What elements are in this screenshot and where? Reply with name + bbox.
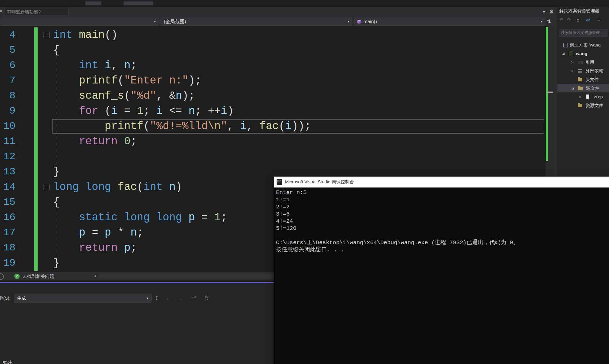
- folder-icon: [578, 78, 582, 81]
- output-source-dropdown[interactable]: 生成 ▾: [14, 294, 151, 303]
- tree-item-external-dependencies[interactable]: ▷外部依赖: [557, 66, 609, 75]
- next-message-icon[interactable]: →: [176, 294, 184, 303]
- close-icon[interactable]: ×: [0, 8, 3, 14]
- code-text: int i, n;: [53, 58, 137, 73]
- member-dropdown[interactable]: main() ▾: [354, 18, 545, 26]
- tree-item-source-files[interactable]: ◢源文件: [557, 84, 609, 92]
- code-text: p = p * n;: [53, 225, 143, 240]
- code-line[interactable]: 8 scanf_s("%d", &n);: [0, 88, 546, 103]
- code-text: static long long p = 1;: [53, 210, 227, 225]
- output-source-value: 生成: [17, 295, 26, 301]
- hscroll-left-arrow[interactable]: ◄: [93, 274, 97, 278]
- console-line: 5!=120: [276, 225, 609, 232]
- tree-item-label: 解决方案 'wang: [570, 41, 601, 49]
- go-to-message-icon[interactable]: ↧: [152, 294, 161, 303]
- scrollbar-change-annotation: [546, 27, 548, 161]
- console-line: 3!=6: [276, 210, 609, 218]
- code-text: for (i = 1; i <= n; ++i): [53, 103, 234, 119]
- clear-all-output-icon[interactable]: ≡×: [189, 294, 197, 303]
- line-number: 12: [0, 149, 16, 164]
- tree-item-resource-files[interactable]: 资源文件: [557, 101, 609, 110]
- expanded-arrow-icon[interactable]: ◢: [572, 84, 574, 92]
- health-indicator-icon[interactable]: [0, 273, 4, 280]
- chevron-down-icon: ▾: [154, 18, 156, 25]
- file-dropdown[interactable]: ▾: [1, 18, 158, 26]
- tree-item-label: 资源文件: [585, 101, 603, 110]
- console-icon: C:\: [277, 179, 282, 185]
- nav-bar-options-icon[interactable]: ⇅: [547, 18, 551, 25]
- console-line: 2!=2: [276, 203, 609, 210]
- console-line: 按任意键关闭此窗口. . .: [276, 246, 609, 253]
- back-icon[interactable]: ↶: [559, 16, 563, 24]
- line-number: 6: [0, 58, 16, 73]
- search-row: × 有哪些新增功能? ▾ ⚙: [0, 7, 554, 17]
- home-icon[interactable]: ⌂: [576, 16, 579, 24]
- scope-dropdown[interactable]: (全局范围) ▾: [161, 18, 352, 26]
- method-cube-icon: [357, 20, 361, 24]
- expanded-arrow-icon[interactable]: ◢: [562, 49, 565, 58]
- folder-icon: [578, 87, 583, 90]
- code-text: {: [53, 195, 60, 210]
- output-tab-label[interactable]: 输出: [3, 360, 13, 364]
- toggle-word-wrap-icon[interactable]: ab↩: [202, 294, 211, 303]
- code-text: {: [53, 43, 60, 58]
- code-text: scanf_s("%d", &n);: [53, 88, 195, 103]
- code-line[interactable]: 5{: [0, 43, 546, 58]
- tree-item-file-wcpp[interactable]: ▷w.cp: [557, 92, 609, 101]
- tree-item-references[interactable]: ▷引用: [557, 58, 609, 66]
- line-number: 14: [0, 179, 16, 195]
- cppfile-icon: [586, 95, 589, 99]
- line-number: 18: [0, 240, 16, 255]
- console-line: 4!=24: [276, 218, 609, 225]
- chevron-down-icon: ▾: [147, 294, 148, 302]
- console-title: Microsoft Visual Studio 调试控制台: [285, 179, 354, 185]
- console-line: Enter n:5: [276, 189, 609, 196]
- tree-item-label: 源文件: [586, 84, 599, 92]
- code-line[interactable]: 12: [0, 149, 546, 164]
- console-body: Enter n:51!=12!=23!=64!=245!=120 C:\User…: [274, 188, 609, 364]
- check-icon: ✓: [14, 274, 20, 279]
- code-line[interactable]: 10 printf("%d!=%lld\n", i, fac(i));: [0, 119, 546, 134]
- line-number: 9: [0, 103, 16, 119]
- line-number: 15: [0, 195, 16, 210]
- code-line[interactable]: 4−int main(): [0, 27, 546, 43]
- tree-item-label: 头文件: [585, 75, 599, 84]
- code-text: }: [53, 164, 60, 179]
- collapsed-arrow-icon[interactable]: ▷: [571, 58, 573, 66]
- solution-explorer-title: 解决方案资源管理器: [559, 8, 608, 14]
- console-titlebar[interactable]: C:\ Microsoft Visual Studio 调试控制台: [274, 177, 609, 188]
- code-text: return p;: [53, 240, 137, 255]
- chevron-down-icon[interactable]: ▾: [543, 10, 545, 14]
- toolbar-separator: [151, 295, 152, 302]
- code-text: printf("Enter n:");: [53, 73, 201, 88]
- tree-item-solution[interactable]: 解决方案 'wang: [557, 41, 609, 49]
- solution-search-input[interactable]: 搜索解决方案资源管理: [559, 29, 608, 37]
- tree-item-label: 外部依赖: [585, 66, 603, 75]
- fold-marker-icon[interactable]: −: [44, 32, 50, 38]
- code-line[interactable]: 11 return 0;: [0, 134, 546, 149]
- sync-active-document-icon[interactable]: ⇄: [586, 16, 590, 24]
- top-toolbar-strip: [0, 0, 609, 7]
- previous-message-icon[interactable]: ←: [164, 294, 172, 303]
- forward-icon[interactable]: ↷: [567, 16, 571, 24]
- collapse-all-icon[interactable]: ≡: [597, 16, 600, 24]
- chevron-down-icon: ▾: [541, 18, 542, 25]
- toolbar-fragment: [85, 1, 101, 5]
- line-number: 13: [0, 164, 16, 179]
- code-line[interactable]: 7 printf("Enter n:");: [0, 73, 546, 88]
- console-line: [276, 232, 609, 239]
- tree-item-project-wang[interactable]: ◢wang: [557, 49, 609, 58]
- line-number: 4: [0, 27, 16, 43]
- collapsed-arrow-icon[interactable]: ▷: [579, 92, 582, 101]
- code-text: return 0;: [53, 134, 137, 149]
- toolbar-fragment: [124, 1, 153, 5]
- scope-dropdown-value: (全局范围): [164, 19, 186, 24]
- quick-search-input[interactable]: 有哪些新增功能?: [4, 8, 69, 16]
- fold-marker-icon[interactable]: −: [44, 184, 50, 190]
- line-number: 17: [0, 225, 16, 240]
- code-line[interactable]: 9 for (i = 1; i <= n; ++i): [0, 103, 546, 119]
- tree-item-header-files[interactable]: 头文件: [557, 75, 609, 84]
- collapsed-arrow-icon[interactable]: ▷: [571, 66, 573, 75]
- gear-icon[interactable]: ⚙: [549, 9, 554, 14]
- code-line[interactable]: 6 int i, n;: [0, 58, 546, 73]
